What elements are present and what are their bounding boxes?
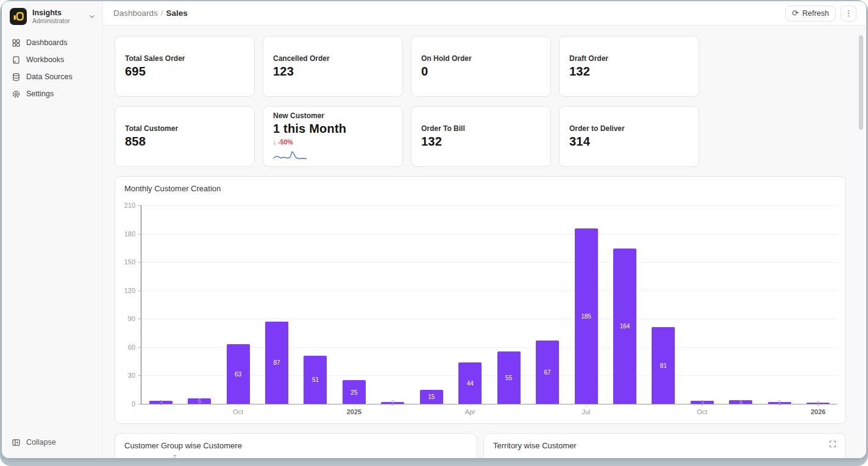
y-axis-label: 60 xyxy=(116,344,135,351)
x-axis-label: 2026 xyxy=(792,408,843,415)
x-axis-label: 2025 xyxy=(329,408,379,415)
bar-slot: 164 xyxy=(605,205,644,404)
y-axis-tick xyxy=(138,347,141,348)
bar-series: 3663Oct875125202521544Apr5567185Jul16481… xyxy=(141,205,838,404)
bar-slot: 51 xyxy=(296,205,335,404)
bar-value-label: 164 xyxy=(620,323,630,330)
bar-slot: 2 xyxy=(760,205,799,404)
breadcrumb-dashboards[interactable]: Dashboards xyxy=(113,9,158,18)
bar[interactable]: 63 xyxy=(227,344,250,404)
bar[interactable]: 2 xyxy=(381,402,404,404)
kebab-icon: ⋮ xyxy=(845,9,853,17)
bar-value-label: 3 xyxy=(159,399,163,406)
bar-slot: 6 xyxy=(180,205,218,404)
y-axis-label: 90 xyxy=(116,315,135,322)
kpi-label: Draft Order xyxy=(569,54,689,63)
more-options-button[interactable]: ⋮ xyxy=(841,5,856,21)
bar[interactable]: 2 xyxy=(768,402,791,404)
panel-title: Territory wise Customer xyxy=(493,441,577,450)
kpi-card[interactable]: Order to Deliver314 xyxy=(559,106,699,167)
kpi-card[interactable]: Order To Bill132 xyxy=(411,106,551,167)
chevron-down-icon xyxy=(88,12,96,21)
kpi-label: Total Sales Order xyxy=(125,54,244,63)
kpi-value: 0 xyxy=(421,65,541,79)
sidebar-item-label: Dashboards xyxy=(26,38,67,47)
x-axis-label: Apr xyxy=(445,408,496,415)
bar[interactable]: 15 xyxy=(420,390,443,404)
kpi-value: 132 xyxy=(421,135,541,149)
bar[interactable]: 87 xyxy=(265,322,288,404)
bar-value-label: 44 xyxy=(467,380,474,386)
y-axis-tick xyxy=(138,234,141,235)
kpi-value: 314 xyxy=(569,135,689,149)
bar[interactable]: 164 xyxy=(613,249,636,404)
database-icon xyxy=(11,72,21,82)
bar-value-label: 67 xyxy=(544,369,551,375)
bar[interactable]: 3 xyxy=(149,401,173,404)
bar-slot: 3Oct xyxy=(683,205,721,404)
kpi-row: Total Sales Order695Cancelled Order123On… xyxy=(115,36,866,97)
bar[interactable]: 55 xyxy=(497,351,521,404)
bar[interactable]: 81 xyxy=(652,327,675,404)
kpi-card[interactable]: New Customer1 this Month↓ -50% xyxy=(263,106,403,167)
bar-value-label: 63 xyxy=(235,370,241,377)
sidebar-collapse-button[interactable]: Collapse xyxy=(7,434,98,451)
breadcrumb: Dashboards / Sales xyxy=(113,9,188,18)
bar[interactable]: 67 xyxy=(536,341,559,404)
app-user: Administrator xyxy=(32,17,70,24)
vertical-scrollbar[interactable] xyxy=(859,35,863,130)
kpi-value: 132 xyxy=(569,65,689,79)
sidebar-item-dashboards[interactable]: Dashboards xyxy=(7,34,98,51)
app-window: Insights Administrator Dashboards xyxy=(2,1,866,458)
bar[interactable]: 25 xyxy=(343,380,366,404)
bar[interactable]: 185 xyxy=(575,228,598,404)
workspace-switcher[interactable]: Insights Administrator xyxy=(2,1,102,33)
kpi-value: 1 this Month xyxy=(273,122,393,136)
kpi-card[interactable]: Draft Order132 xyxy=(559,36,699,97)
kpi-card[interactable]: Total Sales Order695 xyxy=(115,36,255,97)
x-axis-tick xyxy=(470,404,471,406)
sidebar-item-data-sources[interactable]: Data Sources xyxy=(7,68,98,85)
bar-slot: 55 xyxy=(489,205,528,404)
bar-value-label: 185 xyxy=(581,312,591,319)
y-axis-label: 0 xyxy=(116,400,135,408)
bar[interactable]: 44 xyxy=(458,362,482,404)
bar-value-label: 6 xyxy=(197,398,201,404)
bar-value-label: 25 xyxy=(350,389,357,395)
sidebar-item-workbooks[interactable]: Workbooks xyxy=(7,51,98,68)
dashboard-content: Total Sales Order695Cancelled Order123On… xyxy=(104,26,866,458)
kpi-delta-negative: ↓ -50% xyxy=(273,138,393,146)
bar[interactable]: 6 xyxy=(188,398,211,404)
bar-slot: 44Apr xyxy=(451,205,489,404)
y-axis-tick xyxy=(138,404,141,404)
y-axis-tick xyxy=(138,262,141,263)
bar-chart-plot: 03060901201501802103663Oct87512520252154… xyxy=(141,205,838,404)
x-axis-tick xyxy=(354,404,355,406)
kpi-card[interactable]: Cancelled Order123 xyxy=(263,36,403,97)
kpi-card[interactable]: Total Customer858 xyxy=(115,106,255,167)
topbar: Dashboards / Sales ⟳ Refresh ⋮ xyxy=(104,1,866,26)
bar-value-label: 2 xyxy=(778,400,781,406)
chart-title: Monthly Customer Creation xyxy=(124,184,221,193)
bar-slot: 12026 xyxy=(799,205,837,404)
y-axis-tick xyxy=(138,375,141,376)
kpi-row: Total Customer858New Customer1 this Mont… xyxy=(115,106,866,167)
bar-slot: 185Jul xyxy=(567,205,605,404)
bar[interactable]: 51 xyxy=(304,356,327,404)
sidebar-item-settings[interactable]: Settings xyxy=(7,85,98,102)
kpi-value: 695 xyxy=(125,65,244,79)
bar[interactable]: 4 xyxy=(729,400,752,404)
sidebar-nav: Dashboards Workbooks Data Sources xyxy=(2,33,102,104)
kpi-value: 123 xyxy=(273,65,393,79)
collapse-label: Collapse xyxy=(26,438,56,447)
bar-slot: 252025 xyxy=(335,205,373,404)
sidebar-item-label: Data Sources xyxy=(26,72,73,81)
kpi-card[interactable]: On Hold Order0 xyxy=(411,36,551,97)
bottom-panel-row: Customer Group wise Customere 7 Territor… xyxy=(115,433,866,458)
kpi-label: Cancelled Order xyxy=(273,54,393,63)
book-icon xyxy=(11,55,21,65)
bar-slot: 4 xyxy=(722,205,760,404)
expand-icon[interactable] xyxy=(828,440,838,450)
refresh-button[interactable]: ⟳ Refresh xyxy=(785,5,836,21)
bar-value-label: 87 xyxy=(273,359,280,366)
